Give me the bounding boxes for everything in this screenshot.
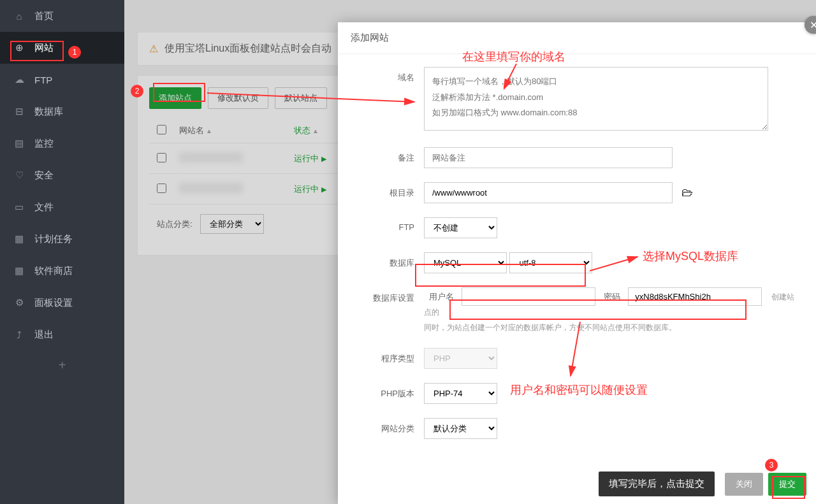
folder-icon: ▭ [13, 201, 26, 213]
sidebar-add-button[interactable]: + [0, 350, 124, 380]
sidebar-label: 数据库 [34, 106, 63, 118]
submit-button[interactable]: 提交 [768, 473, 806, 496]
sidebar-label: 计划任务 [34, 233, 73, 245]
sidebar-item-home[interactable]: ⌂ 首页 [0, 0, 124, 32]
grid-icon: ▦ [13, 264, 26, 277]
cancel-button[interactable]: 关闭 [725, 473, 763, 496]
db-settings-label: 数据库设置 [351, 287, 424, 304]
php-version-label: PHP版本 [351, 383, 424, 400]
globe-icon: ⊕ [13, 41, 26, 54]
sidebar-item-website[interactable]: ⊕ 网站 [0, 32, 124, 64]
sidebar-item-settings[interactable]: ⚙ 面板设置 [0, 287, 124, 319]
root-label: 根目录 [351, 182, 424, 199]
ftp-label: FTP [351, 217, 424, 232]
sidebar-label: 监控 [34, 138, 54, 150]
sidebar-label: 网站 [34, 42, 54, 54]
modal-footer: 填写完毕后，点击提交 关闭 提交 [589, 464, 816, 504]
db-helper-text: 同时，为站点创建一个对应的数据库帐户，方便不同站点使用不同数据库。 [424, 322, 797, 334]
root-input[interactable] [424, 182, 673, 203]
add-website-modal: ✕ 添加网站 域名 备注 根目录 🗁 FTP [338, 22, 816, 504]
sidebar: ⌂ 首页 ⊕ 网站 ☁ FTP ⊟ 数据库 ▤ 监控 ♡ 安全 ▭ 文件 ▦ 计… [0, 0, 124, 504]
submit-tooltip: 填写完毕后，点击提交 [599, 472, 715, 496]
sidebar-item-software[interactable]: ▦ 软件商店 [0, 255, 124, 287]
site-category-label: 网站分类 [351, 418, 424, 435]
ftp-icon: ☁ [13, 73, 26, 86]
annotation-badge-3: 3 [765, 459, 778, 472]
domain-label: 域名 [351, 67, 424, 83]
username-label: 用户名 [429, 292, 454, 301]
db-password-input[interactable] [628, 287, 762, 306]
note-label: 备注 [351, 147, 424, 164]
db-username-input[interactable] [462, 287, 595, 306]
sidebar-label: 面板设置 [34, 297, 73, 309]
ftp-select[interactable]: 不创建 [424, 217, 497, 238]
program-type-select[interactable]: PHP [424, 348, 497, 369]
sidebar-label: FTP [34, 75, 52, 85]
annotation-badge-1: 1 [68, 46, 81, 59]
sidebar-label: 安全 [34, 169, 54, 182]
sidebar-item-cron[interactable]: ▦ 计划任务 [0, 223, 124, 255]
monitor-icon: ▤ [13, 137, 26, 150]
database-select[interactable]: MySQL [424, 252, 507, 273]
program-type-label: 程序类型 [351, 348, 424, 364]
note-input[interactable] [424, 147, 673, 168]
sidebar-item-database[interactable]: ⊟ 数据库 [0, 96, 124, 127]
sidebar-item-security[interactable]: ♡ 安全 [0, 159, 124, 191]
exit-icon: ⤴ [13, 328, 26, 341]
annotation-badge-2: 2 [131, 85, 143, 97]
calendar-icon: ▦ [13, 233, 26, 245]
sidebar-label: 首页 [34, 10, 54, 22]
sidebar-label: 文件 [34, 201, 54, 213]
domain-textarea[interactable] [424, 67, 768, 131]
shield-icon: ♡ [13, 169, 26, 182]
sidebar-label: 退出 [34, 329, 54, 341]
sidebar-label: 软件商店 [34, 265, 73, 277]
password-label: 密码 [604, 292, 620, 301]
home-icon: ⌂ [13, 10, 26, 22]
sidebar-item-ftp[interactable]: ☁ FTP [0, 64, 124, 96]
modal-title: 添加网站 [338, 22, 816, 54]
php-version-select[interactable]: PHP-74 [424, 383, 497, 404]
folder-browse-icon[interactable]: 🗁 [681, 186, 693, 199]
site-category-select[interactable]: 默认分类 [424, 418, 497, 439]
charset-select[interactable]: utf-8 [509, 252, 592, 273]
gear-icon: ⚙ [13, 296, 26, 309]
database-label: 数据库 [351, 252, 424, 269]
sidebar-item-monitor[interactable]: ▤ 监控 [0, 127, 124, 159]
sidebar-item-exit[interactable]: ⤴ 退出 [0, 319, 124, 350]
sidebar-item-files[interactable]: ▭ 文件 [0, 191, 124, 223]
database-icon: ⊟ [13, 105, 26, 118]
